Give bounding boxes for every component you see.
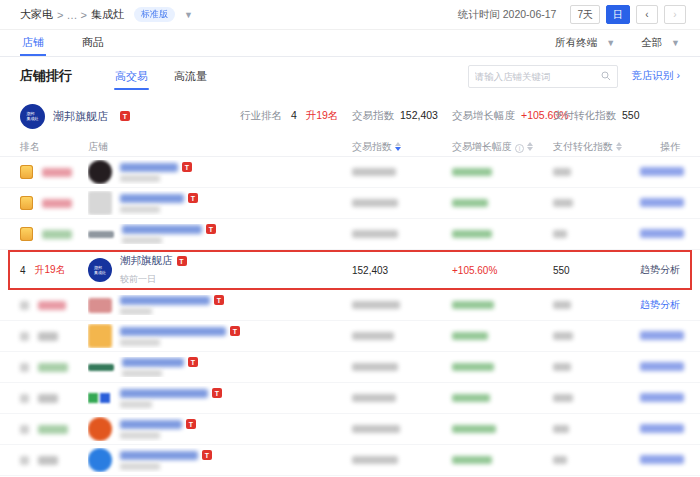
shop-logo xyxy=(88,448,112,472)
shop-name-redacted[interactable] xyxy=(120,389,208,398)
search-input[interactable] xyxy=(475,71,601,82)
tmall-badge-icon: T xyxy=(186,419,196,429)
shop-logo xyxy=(88,417,112,441)
search-icon xyxy=(601,71,611,81)
growth-redacted xyxy=(452,456,492,464)
conversion-redacted xyxy=(553,168,571,176)
shop-name-redacted[interactable] xyxy=(120,420,182,429)
shop-name-redacted[interactable] xyxy=(120,451,198,460)
trend-analysis-link-redacted[interactable] xyxy=(640,331,684,340)
table-header: 排名 店铺 交易指数 交易增长幅度i 支付转化指数 操作 xyxy=(0,137,700,157)
shop-row: T xyxy=(0,321,700,352)
trade-index-redacted xyxy=(352,168,396,176)
rank-number-redacted xyxy=(20,301,29,310)
growth-redacted xyxy=(452,332,488,340)
trend-analysis-link-redacted[interactable] xyxy=(640,393,684,402)
trade-index-redacted xyxy=(352,199,398,207)
shop-logo xyxy=(88,231,114,238)
chevron-down-icon: ▼ xyxy=(606,38,615,48)
rank-number-redacted xyxy=(20,332,29,341)
medal-icon xyxy=(20,227,33,241)
conversion-redacted xyxy=(553,301,571,309)
compare-label-redacted xyxy=(122,370,162,377)
shop-name[interactable]: 潮邦旗舰店 xyxy=(120,254,173,268)
conversion-value: 550 xyxy=(553,265,640,276)
shop-name-redacted[interactable] xyxy=(120,194,184,203)
trend-analysis-link-redacted[interactable] xyxy=(640,424,684,433)
conversion-redacted xyxy=(553,199,573,207)
medal-icon xyxy=(20,165,33,179)
tmall-badge-icon: T xyxy=(188,357,198,367)
trade-index-redacted xyxy=(352,394,396,402)
tmall-badge-icon: T xyxy=(214,295,224,305)
subtab-high-trade[interactable]: 高交易 xyxy=(114,59,149,94)
trend-analysis-link[interactable]: 趋势分析 xyxy=(640,264,680,275)
tab-shop[interactable]: 店铺 xyxy=(20,31,46,56)
stat-time-label: 统计时间 2020-06-17 xyxy=(458,8,557,22)
next-day-button[interactable]: › xyxy=(664,5,686,24)
chevron-down-icon[interactable]: ▼ xyxy=(184,10,193,20)
scope-filter-label: 全部 xyxy=(641,36,662,50)
rank-number-redacted xyxy=(20,425,29,434)
sort-icon xyxy=(616,142,622,151)
trend-analysis-link-redacted[interactable] xyxy=(640,455,684,464)
growth-redacted xyxy=(452,394,490,402)
subtab-high-traffic[interactable]: 高流量 xyxy=(173,59,208,94)
scope-filter-dropdown[interactable]: 全部 ▼ xyxy=(641,36,680,50)
growth-value: +105.60% xyxy=(452,265,553,276)
shop-name-redacted[interactable] xyxy=(120,163,178,172)
trend-analysis-link-redacted[interactable] xyxy=(640,229,684,238)
summary-shop-name[interactable]: 潮邦旗舰店 xyxy=(53,109,108,124)
rank-change: 升19名 xyxy=(35,263,66,277)
range-7d-button[interactable]: 7天 xyxy=(570,5,600,24)
summary-trade-index: 交易指数152,403 xyxy=(352,109,452,123)
shop-row: T xyxy=(0,383,700,414)
rank-change-redacted xyxy=(42,199,72,208)
trade-index-redacted xyxy=(352,332,394,340)
growth-redacted xyxy=(452,168,492,176)
conversion-redacted xyxy=(553,230,567,238)
shop-logo xyxy=(88,160,112,184)
summary-industry-rank: 行业排名 4 升19名 xyxy=(240,109,352,123)
trend-analysis-link-redacted[interactable] xyxy=(640,167,684,176)
shop-avatar: 潮邦集成灶 xyxy=(20,104,45,129)
terminal-filter-dropdown[interactable]: 所有终端 ▼ xyxy=(555,36,615,50)
col-trade-index[interactable]: 交易指数 xyxy=(352,140,452,154)
shop-name-redacted[interactable] xyxy=(120,296,210,305)
competitor-identify-link[interactable]: 竞店识别 › xyxy=(632,69,680,83)
trend-analysis-link-redacted[interactable] xyxy=(640,362,684,371)
shop-table-body: TTT4升19名潮邦集成灶潮邦旗舰店T较前一日152,403+105.60%55… xyxy=(0,157,700,476)
trend-analysis-link-redacted[interactable] xyxy=(640,198,684,207)
col-growth[interactable]: 交易增长幅度i xyxy=(452,140,553,154)
terminal-filter-label: 所有终端 xyxy=(555,36,597,50)
col-conversion[interactable]: 支付转化指数 xyxy=(553,140,640,154)
shop-logo xyxy=(88,386,112,410)
info-icon: i xyxy=(515,144,524,153)
range-day-button[interactable]: 日 xyxy=(606,5,630,24)
main-tab-bar: 店铺 商品 所有终端 ▼ 全部 ▼ xyxy=(0,30,700,57)
growth-redacted xyxy=(452,363,494,371)
compare-label: 较前一日 xyxy=(120,273,187,286)
tab-product[interactable]: 商品 xyxy=(80,31,106,56)
rank-change-redacted xyxy=(38,363,68,372)
breadcrumb-current[interactable]: 集成灶 xyxy=(91,7,124,22)
breadcrumb-root[interactable]: 大家电 xyxy=(20,7,53,22)
prev-day-button[interactable]: ‹ xyxy=(636,5,658,24)
compare-label-redacted xyxy=(120,463,160,470)
shop-row: T趋势分析 xyxy=(0,290,700,321)
shop-name-redacted[interactable] xyxy=(122,358,184,367)
shop-search-box[interactable] xyxy=(468,65,618,88)
shop-name-redacted[interactable] xyxy=(120,327,226,336)
conversion-redacted xyxy=(553,363,571,371)
shop-name-redacted[interactable] xyxy=(122,225,202,234)
col-action: 操作 xyxy=(640,140,680,154)
arrow-right-icon: › xyxy=(677,69,681,81)
trade-index-redacted xyxy=(352,301,400,309)
rank-number: 4 xyxy=(20,265,26,276)
sort-icon xyxy=(395,142,401,151)
trade-index-redacted xyxy=(352,363,398,371)
trend-analysis-link[interactable]: 趋势分析 xyxy=(640,299,680,310)
trade-index-redacted xyxy=(352,230,398,238)
conversion-redacted xyxy=(553,425,569,433)
shop-logo xyxy=(88,364,114,371)
